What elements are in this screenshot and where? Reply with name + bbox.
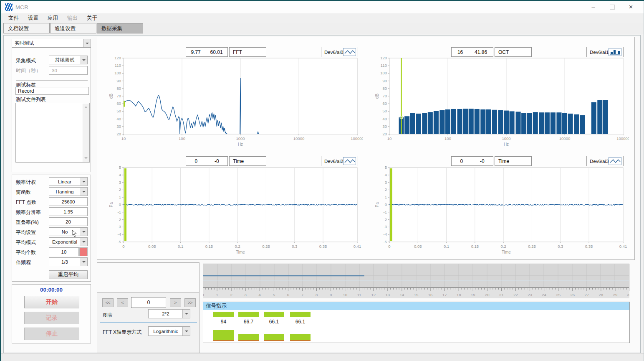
overlap-percent-label: 重叠率(%) — [16, 219, 39, 226]
svg-text:23: 23 — [528, 292, 532, 297]
tab-channel-settings[interactable]: 通道设置 — [50, 23, 96, 33]
signal-indicator-panel: 信号指示 9466.766.166.1 — [203, 302, 630, 343]
svg-text:2: 2 — [230, 292, 232, 297]
average-mode-select[interactable]: Exponential — [49, 237, 88, 246]
octave-fraction-select[interactable]: 1/3 — [49, 257, 88, 266]
svg-text:60: 60 — [382, 101, 387, 106]
freq-resolution-input[interactable]: 1.95 — [49, 207, 88, 216]
fft-axis-mode-label: FFT X轴显示方式 — [103, 329, 141, 336]
svg-text:0.25: 0.25 — [262, 244, 270, 249]
time-seconds-input[interactable]: 30 — [49, 66, 88, 75]
svg-text:14: 14 — [400, 292, 404, 297]
svg-text:1: 1 — [385, 195, 387, 199]
svg-text:70: 70 — [116, 94, 121, 98]
minimize-button[interactable]: – — [584, 1, 603, 13]
time-chart-ai3[interactable]: -5-4-3-2-101234500.050.10.150.20.250.30.… — [374, 164, 629, 258]
menu-item-settings[interactable]: 设置 — [23, 14, 43, 23]
maximize-button[interactable] — [603, 1, 621, 13]
time-chart-ai2[interactable]: -5-4-3-2-101234500.050.10.150.20.250.30.… — [108, 164, 363, 258]
fft-points-input[interactable]: 25600 — [49, 197, 88, 206]
fft-chart[interactable]: 2030405060708090100110120101001000100001… — [108, 54, 363, 149]
svg-text:0.35: 0.35 — [319, 244, 327, 249]
svg-text:10: 10 — [387, 136, 392, 141]
chart-layout-select[interactable]: 2*2 — [148, 309, 190, 318]
cursor-y-value: -0 — [215, 158, 219, 164]
page-last-button[interactable]: >> — [184, 298, 196, 307]
close-button[interactable]: × — [621, 1, 640, 13]
chevron-down-icon — [80, 258, 87, 266]
freq-weighting-value: Linear — [49, 178, 80, 186]
svg-text:20: 20 — [382, 132, 387, 136]
start-button[interactable]: 开始 — [24, 296, 79, 308]
tab-doc-settings[interactable]: 文档设置 — [3, 23, 50, 33]
svg-text:-1: -1 — [384, 210, 387, 214]
svg-text:10000: 10000 — [559, 136, 570, 141]
page-prev-button[interactable]: < — [117, 298, 128, 307]
svg-text:16: 16 — [428, 292, 433, 297]
timeline-ruler: 0123456789101112131415161718192021222324… — [203, 287, 629, 298]
app-logo-icon — [5, 3, 13, 11]
page-first-button[interactable]: << — [102, 298, 114, 307]
tab-data-acquisition[interactable]: 数据采集 — [97, 23, 143, 33]
svg-text:Pa: Pa — [375, 202, 379, 207]
test-label-input[interactable]: Record — [15, 87, 89, 95]
menu-item-about[interactable]: 关于 — [82, 14, 102, 23]
svg-text:-2: -2 — [118, 217, 121, 222]
average-count-input[interactable]: 10 — [49, 247, 79, 256]
svg-text:5: 5 — [119, 165, 121, 170]
svg-text:0.15: 0.15 — [471, 244, 479, 249]
svg-text:0.35: 0.35 — [585, 244, 593, 249]
elapsed-timer: 00:00:00 — [12, 287, 91, 293]
octave-fraction-value: 1/3 — [49, 258, 80, 266]
svg-text:30: 30 — [116, 124, 121, 129]
overlap-percent-input[interactable]: 20 — [49, 217, 88, 226]
record-timeline[interactable] — [203, 264, 629, 287]
test-mode-select[interactable]: 实时测试 — [12, 39, 91, 48]
svg-text:27: 27 — [585, 292, 589, 297]
stop-button[interactable]: 停止 — [24, 328, 79, 340]
chevron-down-icon — [80, 56, 87, 64]
window-function-select[interactable]: Hanning — [49, 187, 88, 196]
scroll-down-icon[interactable] — [84, 157, 88, 159]
svg-text:50: 50 — [382, 109, 387, 113]
signal-level-bar-top-ch3 — [290, 312, 311, 317]
chevron-down-icon — [80, 188, 87, 196]
acq-mode-select[interactable]: 持续测试 — [49, 56, 88, 64]
menu-item-application[interactable]: 应用 — [43, 14, 63, 23]
chevron-down-icon — [83, 39, 91, 47]
svg-text:0.1: 0.1 — [178, 244, 183, 249]
signal-value-ch0: 94 — [213, 319, 234, 325]
average-setting-select[interactable]: No — [49, 227, 88, 236]
freq-weighting-select[interactable]: Linear — [49, 177, 88, 186]
octave-fraction-label: 倍频程 — [16, 259, 31, 266]
svg-text:0.2: 0.2 — [501, 244, 506, 249]
svg-text:30: 30 — [382, 124, 387, 129]
oct-chart[interactable]: 2030405060708090100110120101001000100001… — [374, 54, 629, 149]
svg-text:100: 100 — [444, 136, 451, 141]
restart-average-button[interactable]: 重启平均 — [49, 270, 88, 279]
menu-item-output[interactable]: 输出 — [63, 14, 82, 23]
svg-text:22: 22 — [513, 292, 518, 297]
signal-indicator-header: 信号指示 — [203, 302, 629, 310]
fft-axis-mode-select[interactable]: Logarithmic — [148, 326, 190, 336]
svg-text:6: 6 — [287, 292, 289, 297]
maximize-icon — [610, 5, 615, 10]
chart-layout-value: 2*2 — [149, 310, 183, 318]
average-setting-label: 平均设置 — [16, 229, 36, 236]
signal-level-bar-bottom-ch0 — [213, 330, 234, 341]
test-file-list[interactable] — [15, 103, 90, 163]
svg-text:100000: 100000 — [616, 136, 629, 141]
freq-weighting-label: 频率计权 — [16, 179, 36, 186]
svg-text:60: 60 — [116, 101, 121, 106]
svg-text:13: 13 — [386, 292, 390, 297]
menu-item-file[interactable]: 文件 — [4, 14, 23, 23]
channel-name: Dev6/ai2 — [324, 159, 343, 164]
svg-text:110: 110 — [115, 63, 121, 68]
page-number-input[interactable]: 0 — [131, 297, 166, 308]
svg-text:15: 15 — [414, 292, 419, 297]
scroll-up-icon[interactable] — [84, 106, 88, 108]
page-next-button[interactable]: > — [170, 298, 181, 307]
record-button[interactable]: 记录 — [24, 312, 79, 324]
svg-text:-4: -4 — [118, 232, 121, 236]
scrollbar[interactable] — [83, 104, 89, 162]
